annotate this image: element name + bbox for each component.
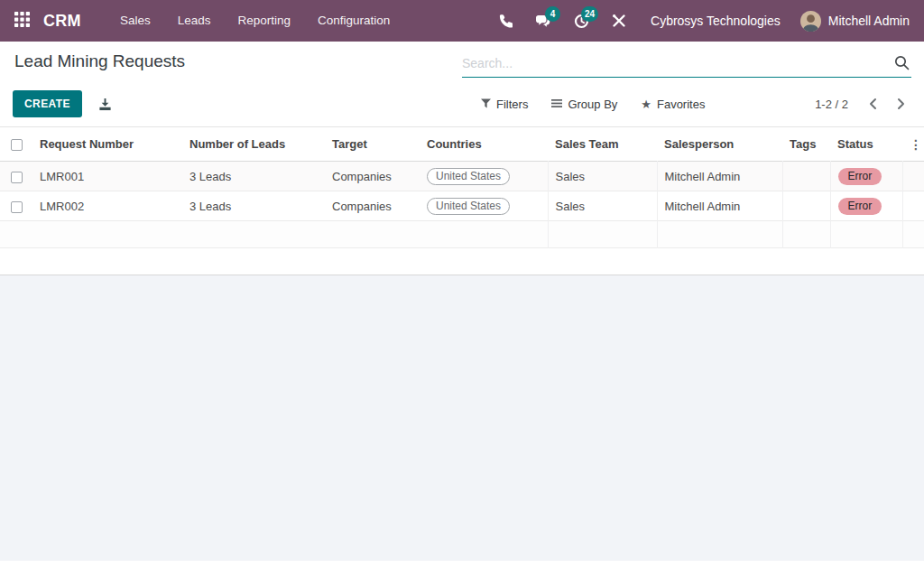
select-all-checkbox[interactable] bbox=[11, 139, 23, 151]
favorites-button[interactable]: ★ Favorites bbox=[641, 98, 705, 111]
filters-button[interactable]: Filters bbox=[481, 98, 528, 111]
main-menu: Sales Leads Reporting Configuration bbox=[106, 0, 403, 42]
menu-reporting[interactable]: Reporting bbox=[224, 0, 304, 42]
star-icon: ★ bbox=[641, 98, 651, 110]
country-tag: United States bbox=[427, 198, 510, 215]
row-checkbox[interactable] bbox=[11, 172, 23, 183]
pager-value: 1-2 / 2 bbox=[815, 98, 848, 111]
cell-sales-team[interactable]: Sales bbox=[548, 191, 657, 221]
export-icon[interactable] bbox=[98, 98, 112, 111]
lower-background-panel bbox=[0, 275, 924, 561]
column-header-countries[interactable]: Countries bbox=[420, 127, 548, 162]
row-checkbox[interactable] bbox=[11, 201, 23, 213]
optional-columns-icon[interactable]: ⋮ bbox=[910, 137, 922, 152]
group-by-icon bbox=[551, 98, 562, 111]
apps-grid-icon bbox=[14, 12, 30, 31]
activities-icon[interactable]: 24 bbox=[566, 5, 596, 36]
page-title: Lead Mining Requests bbox=[14, 51, 185, 71]
avatar bbox=[800, 11, 821, 32]
table-row[interactable]: LMR002 3 Leads Companies United States S… bbox=[0, 191, 924, 221]
user-menu[interactable]: Mitchell Admin bbox=[800, 11, 913, 32]
pager: 1-2 / 2 bbox=[815, 94, 911, 114]
column-header-request-number[interactable]: Request Number bbox=[32, 127, 182, 162]
content-spacer bbox=[0, 248, 924, 275]
phone-icon[interactable] bbox=[490, 5, 521, 36]
status-badge: Error bbox=[838, 168, 882, 185]
cell-status[interactable]: Error bbox=[830, 162, 902, 191]
tools-icon[interactable] bbox=[604, 5, 634, 36]
create-button[interactable]: CREATE bbox=[13, 90, 82, 117]
cell-number-of-leads[interactable]: 3 Leads bbox=[182, 162, 325, 191]
search-icon[interactable] bbox=[892, 53, 911, 73]
control-panel-top: Lead Mining Requests bbox=[0, 42, 924, 81]
group-by-label: Group By bbox=[568, 98, 617, 111]
company-switcher[interactable]: Cybrosys Technologies bbox=[642, 14, 793, 28]
column-header-status[interactable]: Status bbox=[830, 127, 902, 162]
favorites-label: Favorites bbox=[657, 98, 705, 111]
search-box bbox=[462, 49, 911, 78]
pager-next-icon[interactable] bbox=[892, 94, 911, 114]
activities-badge: 24 bbox=[581, 6, 598, 22]
cell-sales-team[interactable]: Sales bbox=[548, 162, 657, 191]
cell-countries[interactable]: United States bbox=[420, 191, 548, 221]
group-by-button[interactable]: Group By bbox=[551, 98, 617, 111]
column-header-number-of-leads[interactable]: Number of Leads bbox=[182, 127, 325, 162]
cell-target[interactable]: Companies bbox=[325, 162, 420, 191]
filters-label: Filters bbox=[496, 98, 528, 111]
column-header-sales-team[interactable]: Sales Team bbox=[548, 127, 657, 162]
table-header-row: Request Number Number of Leads Target Co… bbox=[0, 127, 924, 162]
app-name[interactable]: CRM bbox=[43, 12, 81, 31]
messages-icon[interactable]: 4 bbox=[528, 5, 559, 36]
status-badge: Error bbox=[838, 198, 882, 215]
user-name: Mitchell Admin bbox=[828, 14, 910, 28]
search-options: Filters Group By ★ Favorites bbox=[481, 98, 705, 111]
column-header-tags[interactable]: Tags bbox=[782, 127, 830, 162]
search-input[interactable] bbox=[462, 56, 892, 70]
cell-salesperson[interactable]: Mitchell Admin bbox=[657, 162, 782, 191]
table-row[interactable]: LMR001 3 Leads Companies United States S… bbox=[0, 162, 924, 191]
menu-leads[interactable]: Leads bbox=[164, 0, 225, 42]
cell-request-number[interactable]: LMR001 bbox=[32, 162, 182, 191]
cell-tags[interactable] bbox=[782, 191, 830, 221]
cell-tags[interactable] bbox=[782, 162, 830, 191]
country-tag: United States bbox=[427, 168, 510, 185]
menu-configuration[interactable]: Configuration bbox=[304, 0, 403, 42]
messages-badge: 4 bbox=[545, 6, 560, 22]
cell-salesperson[interactable]: Mitchell Admin bbox=[657, 191, 782, 221]
lead-mining-requests-table: Request Number Number of Leads Target Co… bbox=[0, 126, 924, 248]
apps-menu-button[interactable] bbox=[0, 0, 43, 42]
pager-previous-icon[interactable] bbox=[863, 94, 882, 114]
column-header-target[interactable]: Target bbox=[325, 127, 420, 162]
control-panel-bottom: CREATE Filters Group By ★ Favor bbox=[0, 81, 924, 126]
empty-row bbox=[0, 221, 924, 248]
menu-sales[interactable]: Sales bbox=[106, 0, 164, 42]
column-header-salesperson[interactable]: Salesperson bbox=[657, 127, 782, 162]
systray: 4 24 Cybrosys Technologies bbox=[490, 5, 913, 36]
top-navbar: CRM Sales Leads Reporting Configuration … bbox=[0, 0, 924, 42]
cell-status[interactable]: Error bbox=[830, 191, 902, 221]
filter-funnel-icon bbox=[481, 98, 491, 111]
cell-number-of-leads[interactable]: 3 Leads bbox=[182, 191, 325, 221]
cell-target[interactable]: Companies bbox=[325, 191, 420, 221]
cell-countries[interactable]: United States bbox=[420, 162, 548, 191]
cell-request-number[interactable]: LMR002 bbox=[32, 191, 182, 221]
